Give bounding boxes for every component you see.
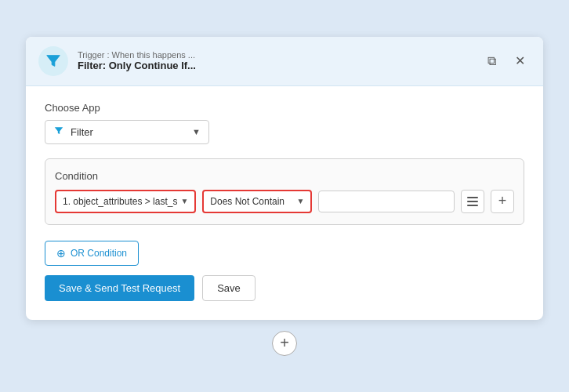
condition-operator-dropdown[interactable]: Does Not Contain ▼ [202,190,312,213]
filter-line: Filter: Only Continue If... [78,60,196,71]
condition-value-input[interactable] [318,191,455,212]
header-text: Trigger : When this happens ... Filter: … [78,50,196,71]
filter-card: Trigger : When this happens ... Filter: … [26,37,543,320]
app-dropdown[interactable]: Filter ▼ [45,120,209,144]
card-body: Choose App Filter ▼ Condition 1. object_… [26,86,543,320]
condition-field-chevron: ▼ [180,197,188,205]
trigger-line: Trigger : When this happens ... [78,50,196,60]
close-button[interactable]: ✕ [509,50,531,72]
funnel-icon-wrap [38,46,68,76]
card-header: Trigger : When this happens ... Filter: … [26,37,543,86]
or-condition-button[interactable]: ⊕ OR Condition [45,241,139,266]
svg-rect-1 [467,201,478,202]
choose-app-label: Choose App [45,102,524,114]
header-left: Trigger : When this happens ... Filter: … [38,46,196,76]
header-actions: ⧉ ✕ [480,50,531,72]
condition-field-dropdown[interactable]: 1. object_attributes > last_s ▼ [55,190,196,213]
or-condition-label: OR Condition [71,248,127,259]
copy-button[interactable]: ⧉ [480,50,502,72]
condition-add-button[interactable]: + [491,190,514,213]
app-select-row: Filter ▼ [45,120,524,144]
app-dropdown-chevron: ▼ [192,127,201,136]
condition-operator-value: Does Not Contain [210,196,293,207]
bottom-plus-button[interactable]: + [272,331,297,356]
plus-circle-icon: ⊕ [56,247,66,260]
bottom-plus-icon: + [280,334,289,352]
actions-row: ⊕ OR Condition [45,241,524,266]
app-dropdown-value: Filter [71,126,186,138]
condition-box: Condition 1. object_attributes > last_s … [45,158,524,225]
save-button[interactable]: Save [202,275,256,301]
plus-icon: + [498,193,507,209]
condition-menu-button[interactable] [461,190,484,213]
menu-icon [467,197,478,206]
funnel-icon [45,53,62,70]
condition-field-value: 1. object_attributes > last_s [63,196,177,207]
filter-icon-small [53,125,64,139]
svg-rect-2 [467,205,478,206]
condition-label: Condition [55,170,514,182]
condition-row: 1. object_attributes > last_s ▼ Does Not… [55,190,514,213]
save-row: Save & Send Test Request Save [45,275,524,301]
svg-rect-0 [467,197,478,198]
condition-operator-chevron: ▼ [296,197,304,205]
save-send-button[interactable]: Save & Send Test Request [45,275,194,301]
